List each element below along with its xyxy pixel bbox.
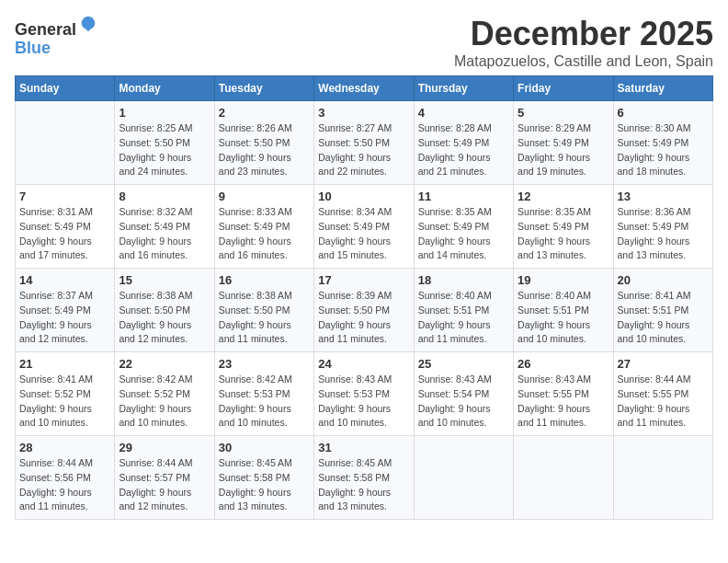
- calendar-day-cell: 19Sunrise: 8:40 AM Sunset: 5:51 PM Dayli…: [514, 269, 613, 352]
- calendar-day-cell: 29Sunrise: 8:44 AM Sunset: 5:57 PM Dayli…: [115, 436, 214, 520]
- day-number: 5: [518, 106, 609, 120]
- day-info: Sunrise: 8:35 AM Sunset: 5:49 PM Dayligh…: [518, 205, 609, 263]
- day-info: Sunrise: 8:37 AM Sunset: 5:49 PM Dayligh…: [19, 289, 110, 347]
- logo-text: General Blue: [15, 18, 98, 58]
- day-number: 4: [418, 106, 509, 120]
- day-number: 1: [119, 106, 210, 120]
- calendar-day-cell: 13Sunrise: 8:36 AM Sunset: 5:49 PM Dayli…: [613, 185, 712, 269]
- day-info: Sunrise: 8:41 AM Sunset: 5:51 PM Dayligh…: [618, 289, 709, 347]
- main-title: December 2025: [454, 15, 713, 53]
- weekday-header: Saturday: [613, 76, 712, 101]
- calendar-day-cell: 16Sunrise: 8:38 AM Sunset: 5:50 PM Dayli…: [214, 269, 313, 352]
- calendar-day-cell: 11Sunrise: 8:35 AM Sunset: 5:49 PM Dayli…: [414, 185, 513, 269]
- day-number: 8: [119, 190, 210, 203]
- header: General Blue December 2025 Matapozuelos,…: [15, 15, 713, 70]
- calendar-day-cell: 30Sunrise: 8:45 AM Sunset: 5:58 PM Dayli…: [214, 436, 313, 520]
- day-info: Sunrise: 8:27 AM Sunset: 5:50 PM Dayligh…: [318, 121, 409, 179]
- day-number: 11: [418, 190, 509, 203]
- day-number: 6: [618, 106, 709, 120]
- logo: General Blue: [15, 18, 98, 58]
- calendar-week-row: 28Sunrise: 8:44 AM Sunset: 5:56 PM Dayli…: [16, 436, 713, 520]
- calendar-day-cell: 18Sunrise: 8:40 AM Sunset: 5:51 PM Dayli…: [414, 269, 513, 352]
- day-number: 7: [19, 190, 110, 203]
- day-number: 15: [119, 273, 210, 287]
- day-number: 3: [318, 106, 409, 120]
- calendar-day-cell: 31Sunrise: 8:45 AM Sunset: 5:58 PM Dayli…: [314, 436, 414, 520]
- day-number: 29: [119, 441, 210, 454]
- weekday-header: Sunday: [16, 76, 115, 101]
- calendar-day-cell: 22Sunrise: 8:42 AM Sunset: 5:52 PM Dayli…: [115, 352, 214, 436]
- calendar-table: SundayMondayTuesdayWednesdayThursdayFrid…: [15, 75, 713, 520]
- day-info: Sunrise: 8:44 AM Sunset: 5:57 PM Dayligh…: [119, 456, 210, 514]
- calendar-day-cell: 25Sunrise: 8:43 AM Sunset: 5:54 PM Dayli…: [414, 352, 513, 436]
- day-number: 13: [618, 190, 709, 203]
- calendar-day-cell: 12Sunrise: 8:35 AM Sunset: 5:49 PM Dayli…: [514, 185, 613, 269]
- day-number: 25: [418, 357, 509, 371]
- logo-blue-text: Blue: [15, 39, 51, 57]
- title-block: December 2025 Matapozuelos, Castille and…: [454, 15, 713, 70]
- calendar-day-cell: 26Sunrise: 8:43 AM Sunset: 5:55 PM Dayli…: [514, 352, 613, 436]
- weekday-header: Friday: [514, 76, 613, 101]
- day-number: 12: [518, 190, 609, 203]
- calendar-week-row: 7Sunrise: 8:31 AM Sunset: 5:49 PM Daylig…: [16, 185, 713, 269]
- day-info: Sunrise: 8:42 AM Sunset: 5:52 PM Dayligh…: [119, 373, 210, 431]
- day-info: Sunrise: 8:29 AM Sunset: 5:49 PM Dayligh…: [518, 121, 609, 179]
- day-info: Sunrise: 8:42 AM Sunset: 5:53 PM Dayligh…: [219, 373, 310, 431]
- day-number: 31: [318, 441, 409, 454]
- day-number: 27: [618, 357, 709, 371]
- day-info: Sunrise: 8:39 AM Sunset: 5:50 PM Dayligh…: [318, 289, 409, 347]
- calendar-day-cell: 9Sunrise: 8:33 AM Sunset: 5:49 PM Daylig…: [214, 185, 313, 269]
- day-info: Sunrise: 8:43 AM Sunset: 5:55 PM Dayligh…: [518, 373, 609, 431]
- day-info: Sunrise: 8:30 AM Sunset: 5:49 PM Dayligh…: [618, 121, 709, 179]
- day-number: 19: [518, 273, 609, 287]
- day-info: Sunrise: 8:43 AM Sunset: 5:54 PM Dayligh…: [418, 373, 509, 431]
- day-number: 20: [618, 273, 709, 287]
- calendar-day-cell: 15Sunrise: 8:38 AM Sunset: 5:50 PM Dayli…: [115, 269, 214, 352]
- calendar-day-cell: 1Sunrise: 8:25 AM Sunset: 5:50 PM Daylig…: [115, 101, 214, 185]
- calendar-day-cell: [613, 436, 712, 520]
- day-info: Sunrise: 8:28 AM Sunset: 5:49 PM Dayligh…: [418, 121, 509, 179]
- day-number: 24: [318, 357, 409, 371]
- calendar-day-cell: 27Sunrise: 8:44 AM Sunset: 5:55 PM Dayli…: [613, 352, 712, 436]
- calendar-day-cell: 10Sunrise: 8:34 AM Sunset: 5:49 PM Dayli…: [314, 185, 414, 269]
- weekday-header: Wednesday: [314, 76, 414, 101]
- calendar-day-cell: 17Sunrise: 8:39 AM Sunset: 5:50 PM Dayli…: [314, 269, 414, 352]
- weekday-header: Monday: [115, 76, 214, 101]
- calendar-day-cell: 24Sunrise: 8:43 AM Sunset: 5:53 PM Dayli…: [314, 352, 414, 436]
- day-info: Sunrise: 8:40 AM Sunset: 5:51 PM Dayligh…: [518, 289, 609, 347]
- day-number: 18: [418, 273, 509, 287]
- calendar-day-cell: [414, 436, 513, 520]
- day-info: Sunrise: 8:26 AM Sunset: 5:50 PM Dayligh…: [219, 121, 310, 179]
- calendar-day-cell: 5Sunrise: 8:29 AM Sunset: 5:49 PM Daylig…: [514, 101, 613, 185]
- day-info: Sunrise: 8:36 AM Sunset: 5:49 PM Dayligh…: [618, 205, 709, 263]
- calendar-day-cell: 2Sunrise: 8:26 AM Sunset: 5:50 PM Daylig…: [214, 101, 313, 185]
- day-info: Sunrise: 8:38 AM Sunset: 5:50 PM Dayligh…: [119, 289, 210, 347]
- day-number: 9: [219, 190, 310, 203]
- calendar-day-cell: 4Sunrise: 8:28 AM Sunset: 5:49 PM Daylig…: [414, 101, 513, 185]
- day-number: 21: [19, 357, 110, 371]
- day-number: 10: [318, 190, 409, 203]
- calendar-day-cell: 21Sunrise: 8:41 AM Sunset: 5:52 PM Dayli…: [16, 352, 115, 436]
- weekday-header: Tuesday: [214, 76, 313, 101]
- day-info: Sunrise: 8:34 AM Sunset: 5:49 PM Dayligh…: [318, 205, 409, 263]
- day-info: Sunrise: 8:40 AM Sunset: 5:51 PM Dayligh…: [418, 289, 509, 347]
- day-info: Sunrise: 8:41 AM Sunset: 5:52 PM Dayligh…: [19, 373, 110, 431]
- calendar-day-cell: 7Sunrise: 8:31 AM Sunset: 5:49 PM Daylig…: [16, 185, 115, 269]
- calendar-day-cell: 8Sunrise: 8:32 AM Sunset: 5:49 PM Daylig…: [115, 185, 214, 269]
- calendar-day-cell: 28Sunrise: 8:44 AM Sunset: 5:56 PM Dayli…: [16, 436, 115, 520]
- day-number: 22: [119, 357, 210, 371]
- day-info: Sunrise: 8:45 AM Sunset: 5:58 PM Dayligh…: [318, 456, 409, 514]
- logo-icon: [78, 15, 98, 35]
- calendar-day-cell: [16, 101, 115, 185]
- calendar-day-cell: 6Sunrise: 8:30 AM Sunset: 5:49 PM Daylig…: [613, 101, 712, 185]
- day-info: Sunrise: 8:45 AM Sunset: 5:58 PM Dayligh…: [219, 456, 310, 514]
- day-number: 17: [318, 273, 409, 287]
- day-number: 30: [219, 441, 310, 454]
- calendar-day-cell: 14Sunrise: 8:37 AM Sunset: 5:49 PM Dayli…: [16, 269, 115, 352]
- day-info: Sunrise: 8:32 AM Sunset: 5:49 PM Dayligh…: [119, 205, 210, 263]
- day-info: Sunrise: 8:44 AM Sunset: 5:55 PM Dayligh…: [618, 373, 709, 431]
- subtitle: Matapozuelos, Castille and Leon, Spain: [454, 53, 713, 70]
- day-number: 14: [19, 273, 110, 287]
- day-number: 23: [219, 357, 310, 371]
- calendar-day-cell: [514, 436, 613, 520]
